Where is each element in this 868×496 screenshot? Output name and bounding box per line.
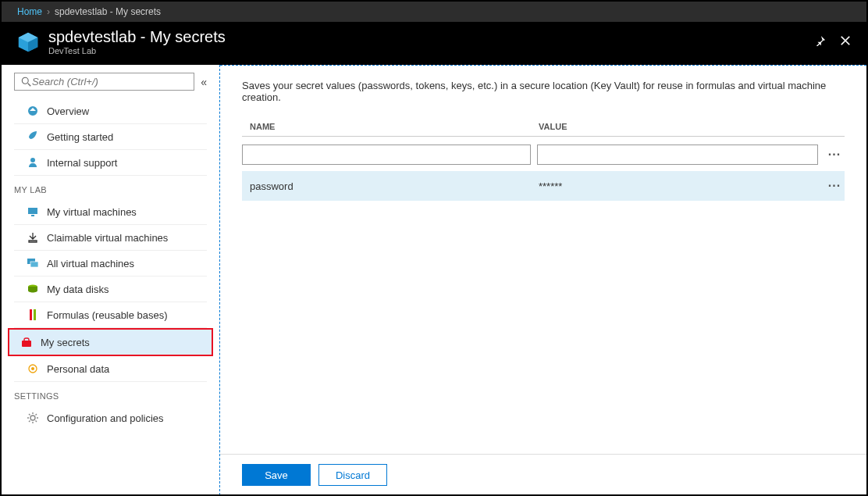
svg-point-16 [31, 367, 34, 370]
sidebar-item-label: Claimable virtual machines [47, 232, 168, 244]
svg-point-5 [30, 158, 35, 162]
save-button[interactable]: Save [242, 464, 311, 486]
sidebar-item-data-disks[interactable]: My data disks [14, 277, 207, 302]
sidebar-item-config-policies[interactable]: Configuration and policies [14, 405, 207, 430]
grid-header: NAME VALUE [242, 122, 845, 137]
secret-value-cell: ****** [539, 180, 824, 192]
sidebar-item-label: Internal support [47, 157, 117, 169]
disk-icon [27, 283, 39, 295]
overview-icon [27, 105, 39, 117]
secret-name-cell: password [242, 180, 539, 192]
section-label-settings: SETTINGS [2, 382, 219, 405]
column-header-name: NAME [242, 122, 539, 131]
breadcrumb-separator: › [47, 6, 50, 17]
svg-point-17 [30, 416, 35, 420]
svg-rect-6 [28, 208, 37, 214]
secrets-icon [20, 336, 33, 348]
blade-subtitle: DevTest Lab [48, 46, 815, 55]
blade-title: spdevtestlab - My secrets [48, 28, 815, 46]
row-actions-icon[interactable]: ··· [824, 148, 845, 162]
breadcrumb-home[interactable]: Home [17, 6, 42, 17]
breadcrumb-current: spdevtestlab - My secrets [55, 6, 161, 17]
sidebar: « Overview Getting started Internal supp… [2, 65, 220, 495]
sidebar-item-label: Personal data [47, 363, 109, 375]
support-icon [27, 156, 39, 169]
secret-row[interactable]: password ****** ··· [242, 171, 845, 201]
sidebar-item-overview[interactable]: Overview [14, 98, 207, 124]
sidebar-item-formulas[interactable]: Formulas (reusable bases) [14, 302, 207, 328]
sidebar-item-label: My data disks [47, 284, 108, 295]
pane-description: Saves your secret values (passwords, tok… [242, 80, 845, 103]
sidebar-item-getting-started[interactable]: Getting started [14, 124, 207, 150]
search-box[interactable] [14, 73, 194, 91]
sidebar-item-label: All virtual machines [47, 258, 134, 269]
sidebar-item-label: My virtual machines [47, 206, 137, 218]
pin-icon[interactable] [815, 34, 826, 50]
devtestlab-icon [17, 31, 39, 53]
sidebar-item-personal-data[interactable]: Personal data [14, 356, 207, 382]
svg-rect-7 [31, 215, 34, 216]
search-input[interactable] [32, 76, 187, 87]
sidebar-item-internal-support[interactable]: Internal support [14, 150, 207, 176]
sidebar-item-label: Getting started [47, 131, 113, 143]
footer-bar: Save Discard [220, 454, 866, 495]
collapse-sidebar-icon[interactable]: « [201, 76, 207, 88]
blade-header: spdevtestlab - My secrets DevTest Lab [2, 22, 866, 65]
svg-rect-11 [30, 309, 32, 320]
sidebar-item-label: Configuration and policies [47, 412, 164, 424]
column-header-value: VALUE [539, 122, 813, 131]
sidebar-item-label: My secrets [41, 337, 90, 348]
svg-rect-13 [22, 341, 31, 347]
close-icon[interactable] [840, 34, 851, 50]
svg-rect-9 [30, 262, 38, 267]
claim-icon [27, 231, 39, 244]
formula-icon [27, 309, 39, 321]
gear-icon [27, 412, 39, 424]
rocket-icon [27, 130, 39, 143]
main-pane: Saves your secret values (passwords, tok… [220, 65, 866, 495]
allvm-icon [27, 257, 39, 269]
row-actions-icon[interactable]: ··· [824, 179, 845, 193]
personal-icon [27, 362, 39, 375]
secret-name-input[interactable] [242, 145, 531, 165]
secret-value-input[interactable] [537, 145, 818, 165]
new-secret-row: ··· [242, 145, 845, 165]
sidebar-item-claimable-vms[interactable]: Claimable virtual machines [14, 225, 207, 251]
section-label-mylab: MY LAB [2, 176, 219, 199]
sidebar-item-all-vms[interactable]: All virtual machines [14, 251, 207, 277]
discard-button[interactable]: Discard [318, 464, 387, 486]
sidebar-item-my-vms[interactable]: My virtual machines [14, 199, 207, 225]
sidebar-item-label: Overview [47, 105, 89, 117]
svg-line-4 [28, 83, 31, 86]
breadcrumb: Home › spdevtestlab - My secrets [2, 2, 866, 22]
svg-rect-12 [34, 309, 36, 320]
search-icon [21, 77, 32, 87]
svg-point-3 [22, 77, 28, 84]
vm-icon [27, 205, 39, 218]
sidebar-item-label: Formulas (reusable bases) [47, 309, 168, 321]
sidebar-item-my-secrets[interactable]: My secrets [8, 328, 213, 356]
